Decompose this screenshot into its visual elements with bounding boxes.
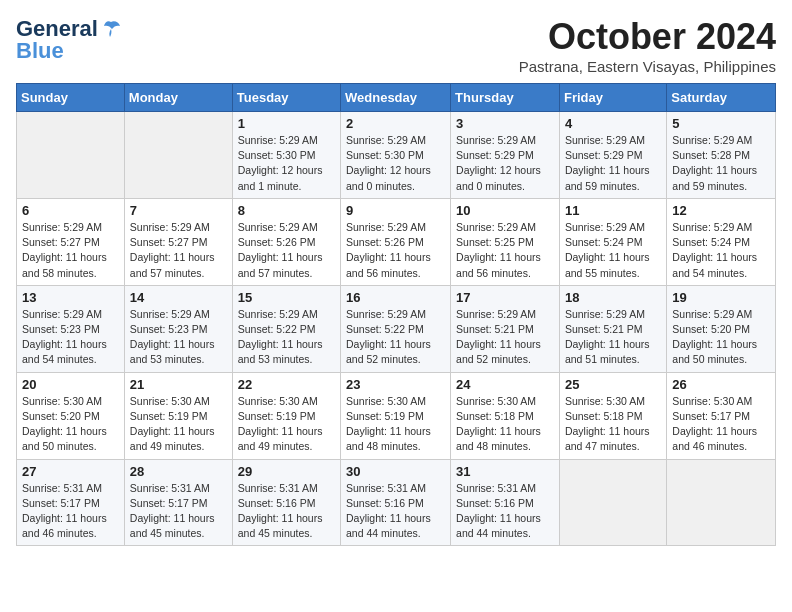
calendar-cell: 17Sunrise: 5:29 AM Sunset: 5:21 PM Dayli… xyxy=(451,285,560,372)
calendar-cell: 22Sunrise: 5:30 AM Sunset: 5:19 PM Dayli… xyxy=(232,372,340,459)
day-info: Sunrise: 5:29 AM Sunset: 5:22 PM Dayligh… xyxy=(346,307,445,368)
calendar-cell: 11Sunrise: 5:29 AM Sunset: 5:24 PM Dayli… xyxy=(559,198,666,285)
day-info: Sunrise: 5:29 AM Sunset: 5:24 PM Dayligh… xyxy=(565,220,661,281)
calendar-cell: 3Sunrise: 5:29 AM Sunset: 5:29 PM Daylig… xyxy=(451,112,560,199)
day-number: 13 xyxy=(22,290,119,305)
calendar-cell: 7Sunrise: 5:29 AM Sunset: 5:27 PM Daylig… xyxy=(124,198,232,285)
calendar-cell: 18Sunrise: 5:29 AM Sunset: 5:21 PM Dayli… xyxy=(559,285,666,372)
day-number: 3 xyxy=(456,116,554,131)
calendar-cell: 6Sunrise: 5:29 AM Sunset: 5:27 PM Daylig… xyxy=(17,198,125,285)
calendar-cell: 9Sunrise: 5:29 AM Sunset: 5:26 PM Daylig… xyxy=(341,198,451,285)
day-number: 12 xyxy=(672,203,770,218)
day-number: 31 xyxy=(456,464,554,479)
day-number: 16 xyxy=(346,290,445,305)
day-number: 28 xyxy=(130,464,227,479)
day-info: Sunrise: 5:30 AM Sunset: 5:19 PM Dayligh… xyxy=(238,394,335,455)
day-number: 20 xyxy=(22,377,119,392)
day-info: Sunrise: 5:30 AM Sunset: 5:18 PM Dayligh… xyxy=(456,394,554,455)
day-info: Sunrise: 5:29 AM Sunset: 5:20 PM Dayligh… xyxy=(672,307,770,368)
page-header: General Blue October 2024 Pastrana, East… xyxy=(16,16,776,75)
day-info: Sunrise: 5:30 AM Sunset: 5:19 PM Dayligh… xyxy=(346,394,445,455)
day-info: Sunrise: 5:29 AM Sunset: 5:30 PM Dayligh… xyxy=(238,133,335,194)
day-info: Sunrise: 5:31 AM Sunset: 5:16 PM Dayligh… xyxy=(456,481,554,542)
day-number: 24 xyxy=(456,377,554,392)
calendar-cell: 30Sunrise: 5:31 AM Sunset: 5:16 PM Dayli… xyxy=(341,459,451,546)
day-info: Sunrise: 5:30 AM Sunset: 5:19 PM Dayligh… xyxy=(130,394,227,455)
calendar-cell: 24Sunrise: 5:30 AM Sunset: 5:18 PM Dayli… xyxy=(451,372,560,459)
day-number: 23 xyxy=(346,377,445,392)
day-info: Sunrise: 5:29 AM Sunset: 5:21 PM Dayligh… xyxy=(565,307,661,368)
calendar-cell: 16Sunrise: 5:29 AM Sunset: 5:22 PM Dayli… xyxy=(341,285,451,372)
day-number: 7 xyxy=(130,203,227,218)
calendar-cell: 2Sunrise: 5:29 AM Sunset: 5:30 PM Daylig… xyxy=(341,112,451,199)
day-info: Sunrise: 5:29 AM Sunset: 5:25 PM Dayligh… xyxy=(456,220,554,281)
day-number: 9 xyxy=(346,203,445,218)
header-tuesday: Tuesday xyxy=(232,84,340,112)
day-number: 19 xyxy=(672,290,770,305)
calendar-cell: 29Sunrise: 5:31 AM Sunset: 5:16 PM Dayli… xyxy=(232,459,340,546)
month-title: October 2024 xyxy=(519,16,776,58)
calendar-cell: 28Sunrise: 5:31 AM Sunset: 5:17 PM Dayli… xyxy=(124,459,232,546)
calendar-cell: 10Sunrise: 5:29 AM Sunset: 5:25 PM Dayli… xyxy=(451,198,560,285)
calendar-cell xyxy=(559,459,666,546)
day-info: Sunrise: 5:29 AM Sunset: 5:26 PM Dayligh… xyxy=(238,220,335,281)
calendar-cell: 27Sunrise: 5:31 AM Sunset: 5:17 PM Dayli… xyxy=(17,459,125,546)
logo-bird-icon xyxy=(100,18,122,40)
day-number: 26 xyxy=(672,377,770,392)
header-thursday: Thursday xyxy=(451,84,560,112)
day-info: Sunrise: 5:29 AM Sunset: 5:23 PM Dayligh… xyxy=(130,307,227,368)
day-info: Sunrise: 5:29 AM Sunset: 5:23 PM Dayligh… xyxy=(22,307,119,368)
header-wednesday: Wednesday xyxy=(341,84,451,112)
day-info: Sunrise: 5:29 AM Sunset: 5:24 PM Dayligh… xyxy=(672,220,770,281)
day-info: Sunrise: 5:30 AM Sunset: 5:18 PM Dayligh… xyxy=(565,394,661,455)
calendar-cell: 15Sunrise: 5:29 AM Sunset: 5:22 PM Dayli… xyxy=(232,285,340,372)
day-number: 27 xyxy=(22,464,119,479)
calendar-cell xyxy=(17,112,125,199)
calendar-cell xyxy=(124,112,232,199)
week-row: 13Sunrise: 5:29 AM Sunset: 5:23 PM Dayli… xyxy=(17,285,776,372)
calendar-cell: 21Sunrise: 5:30 AM Sunset: 5:19 PM Dayli… xyxy=(124,372,232,459)
calendar-cell: 20Sunrise: 5:30 AM Sunset: 5:20 PM Dayli… xyxy=(17,372,125,459)
calendar-cell: 5Sunrise: 5:29 AM Sunset: 5:28 PM Daylig… xyxy=(667,112,776,199)
calendar-cell: 4Sunrise: 5:29 AM Sunset: 5:29 PM Daylig… xyxy=(559,112,666,199)
day-number: 6 xyxy=(22,203,119,218)
header-saturday: Saturday xyxy=(667,84,776,112)
calendar-cell: 1Sunrise: 5:29 AM Sunset: 5:30 PM Daylig… xyxy=(232,112,340,199)
title-block: October 2024 Pastrana, Eastern Visayas, … xyxy=(519,16,776,75)
calendar-cell: 13Sunrise: 5:29 AM Sunset: 5:23 PM Dayli… xyxy=(17,285,125,372)
calendar-table: SundayMondayTuesdayWednesdayThursdayFrid… xyxy=(16,83,776,546)
header-monday: Monday xyxy=(124,84,232,112)
day-number: 10 xyxy=(456,203,554,218)
calendar-cell xyxy=(667,459,776,546)
day-info: Sunrise: 5:29 AM Sunset: 5:27 PM Dayligh… xyxy=(130,220,227,281)
day-info: Sunrise: 5:31 AM Sunset: 5:17 PM Dayligh… xyxy=(130,481,227,542)
calendar-cell: 31Sunrise: 5:31 AM Sunset: 5:16 PM Dayli… xyxy=(451,459,560,546)
day-info: Sunrise: 5:29 AM Sunset: 5:21 PM Dayligh… xyxy=(456,307,554,368)
day-number: 1 xyxy=(238,116,335,131)
day-number: 15 xyxy=(238,290,335,305)
day-info: Sunrise: 5:29 AM Sunset: 5:29 PM Dayligh… xyxy=(456,133,554,194)
calendar-cell: 12Sunrise: 5:29 AM Sunset: 5:24 PM Dayli… xyxy=(667,198,776,285)
day-number: 14 xyxy=(130,290,227,305)
day-number: 4 xyxy=(565,116,661,131)
day-number: 2 xyxy=(346,116,445,131)
day-number: 22 xyxy=(238,377,335,392)
day-info: Sunrise: 5:29 AM Sunset: 5:27 PM Dayligh… xyxy=(22,220,119,281)
header-sunday: Sunday xyxy=(17,84,125,112)
day-number: 11 xyxy=(565,203,661,218)
calendar-cell: 25Sunrise: 5:30 AM Sunset: 5:18 PM Dayli… xyxy=(559,372,666,459)
day-info: Sunrise: 5:29 AM Sunset: 5:28 PM Dayligh… xyxy=(672,133,770,194)
location: Pastrana, Eastern Visayas, Philippines xyxy=(519,58,776,75)
day-number: 5 xyxy=(672,116,770,131)
calendar-cell: 26Sunrise: 5:30 AM Sunset: 5:17 PM Dayli… xyxy=(667,372,776,459)
logo-blue: Blue xyxy=(16,38,64,64)
day-number: 18 xyxy=(565,290,661,305)
day-number: 8 xyxy=(238,203,335,218)
header-friday: Friday xyxy=(559,84,666,112)
day-number: 17 xyxy=(456,290,554,305)
day-info: Sunrise: 5:31 AM Sunset: 5:16 PM Dayligh… xyxy=(238,481,335,542)
day-info: Sunrise: 5:31 AM Sunset: 5:17 PM Dayligh… xyxy=(22,481,119,542)
calendar-cell: 8Sunrise: 5:29 AM Sunset: 5:26 PM Daylig… xyxy=(232,198,340,285)
calendar-cell: 14Sunrise: 5:29 AM Sunset: 5:23 PM Dayli… xyxy=(124,285,232,372)
week-row: 27Sunrise: 5:31 AM Sunset: 5:17 PM Dayli… xyxy=(17,459,776,546)
